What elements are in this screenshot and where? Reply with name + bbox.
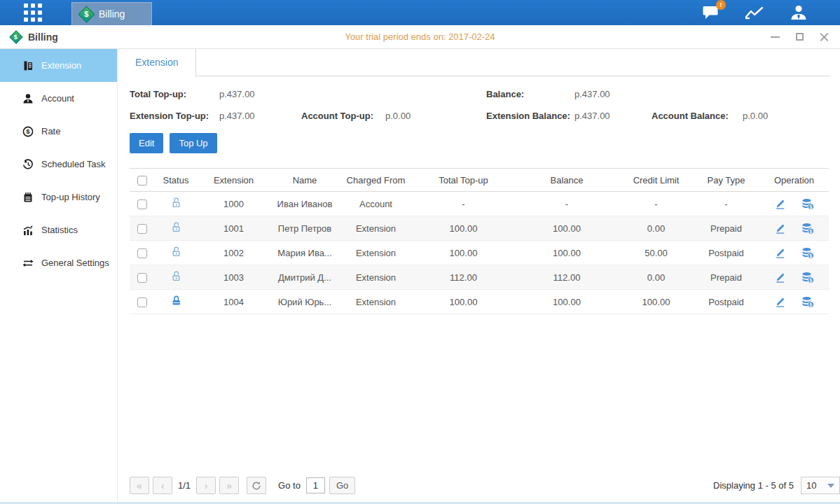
cell-total-topup: 100.00 <box>413 216 514 241</box>
cell-total-topup: - <box>413 192 514 216</box>
lock-open-icon[interactable] <box>170 221 182 233</box>
summary-value: p.437.00 <box>574 87 652 102</box>
edit-pencil-icon[interactable] <box>774 247 786 259</box>
topbar-tab-label: Billing <box>99 8 125 20</box>
minimize-button[interactable] <box>771 36 780 38</box>
messages-icon[interactable]: ! <box>703 5 719 20</box>
refresh-button[interactable] <box>247 477 266 494</box>
sidebar-item-topup-history[interactable]: Top-up History <box>0 181 117 214</box>
topup-coins-icon[interactable]: $ <box>801 198 814 210</box>
cell-charged-from: Extension <box>339 216 413 241</box>
rate-icon: $ <box>22 126 34 137</box>
col-status: Status <box>155 169 197 192</box>
trial-notice: Your trial period ends on: 2017-02-24 <box>345 31 495 42</box>
sidebar-item-statistics[interactable]: Statistics <box>0 214 117 246</box>
topup-coins-icon[interactable]: $ <box>801 296 814 308</box>
sidebar-item-extension[interactable]: Extension <box>0 49 117 82</box>
row-checkbox[interactable] <box>137 200 147 209</box>
edit-pencil-icon[interactable] <box>774 296 786 308</box>
lock-open-icon[interactable] <box>170 270 182 282</box>
cell-charged-from: Extension <box>339 241 413 265</box>
summary-label: Total Top-up: <box>130 87 219 102</box>
sidebar-item-scheduled-task[interactable]: Scheduled Task <box>0 148 117 181</box>
summary-label: Account Top-up: <box>301 108 385 124</box>
edit-button[interactable]: Edit <box>130 133 163 153</box>
maximize-button[interactable] <box>796 33 804 41</box>
go-button[interactable]: Go <box>329 477 355 494</box>
table-header-row: Status Extension Name Charged From Total… <box>130 169 829 192</box>
extension-icon <box>22 60 34 71</box>
tab-strip: Extension <box>118 49 830 76</box>
col-charged-from: Charged From <box>339 169 413 192</box>
table-row: 1002 Мария Ива... Extension 100.00 100.0… <box>130 241 829 265</box>
topup-coins-icon[interactable]: $ <box>801 223 814 234</box>
billing-app-icon: $ <box>9 30 23 44</box>
window-titlebar: $ Billing Your trial period ends on: 201… <box>0 25 840 49</box>
row-checkbox[interactable] <box>137 298 147 307</box>
summary-value: p.437.00 <box>219 108 301 124</box>
prev-page-button[interactable]: ‹ <box>153 477 172 494</box>
cell-extension: 1001 <box>197 216 270 241</box>
topup-coins-icon[interactable]: $ <box>801 247 814 259</box>
lock-open-icon[interactable] <box>170 197 182 209</box>
lock-closed-icon[interactable] <box>170 295 182 307</box>
edit-pencil-icon[interactable] <box>774 198 786 210</box>
sidebar-item-label: Top-up History <box>41 192 100 202</box>
app-grid-icon[interactable] <box>24 4 42 22</box>
edit-pencil-icon[interactable] <box>774 272 786 284</box>
select-all-checkbox[interactable] <box>137 176 147 186</box>
cell-credit-limit: 100.00 <box>619 290 693 314</box>
cell-pay-type: Postpaid <box>693 241 759 265</box>
last-page-button[interactable]: » <box>219 477 239 494</box>
tab-extension[interactable]: Extension <box>118 49 196 77</box>
sidebar-item-account[interactable]: Account <box>0 82 117 115</box>
row-checkbox[interactable] <box>137 273 147 283</box>
cell-credit-limit: - <box>619 192 693 216</box>
svg-text:$: $ <box>810 204 813 209</box>
close-button[interactable] <box>820 32 829 41</box>
row-checkbox[interactable] <box>137 248 147 258</box>
cell-balance: 100.00 <box>514 216 619 241</box>
row-checkbox[interactable] <box>137 224 147 234</box>
top-up-button[interactable]: Top Up <box>170 133 216 153</box>
first-page-button[interactable]: « <box>130 477 149 494</box>
cell-extension: 1000 <box>197 192 270 216</box>
table-row: 1001 Петр Петров Extension 100.00 100.00… <box>130 216 829 241</box>
cell-total-topup: 112.00 <box>413 265 514 290</box>
displaying-text: Displaying 1 - 5 of 5 <box>713 480 794 491</box>
edit-pencil-icon[interactable] <box>774 223 786 234</box>
next-page-button[interactable]: › <box>196 477 216 494</box>
summary-label: Balance: <box>486 87 574 102</box>
col-balance: Balance <box>514 169 619 192</box>
user-icon[interactable] <box>790 4 808 22</box>
sidebar-item-rate[interactable]: $ Rate <box>0 115 117 148</box>
topup-history-icon <box>22 192 34 203</box>
summary-label: Account Balance: <box>652 108 743 124</box>
lock-open-icon[interactable] <box>170 246 182 258</box>
summary-value: p.437.00 <box>219 87 301 102</box>
topup-coins-icon[interactable]: $ <box>801 272 814 284</box>
cell-extension: 1002 <box>197 241 270 265</box>
col-credit-limit: Credit Limit <box>619 169 693 192</box>
trends-icon[interactable] <box>745 5 764 20</box>
sidebar-item-general-settings[interactable]: General Settings <box>0 246 117 279</box>
page-indicator: 1/1 <box>178 480 191 491</box>
cell-charged-from: Extension <box>339 265 413 290</box>
cell-balance: 100.00 <box>514 241 619 265</box>
goto-page-input[interactable] <box>306 477 325 493</box>
extensions-table: Status Extension Name Charged From Total… <box>130 168 829 314</box>
cell-extension: 1004 <box>197 290 270 314</box>
cell-balance: - <box>514 192 619 216</box>
cell-name: Иван Иванов <box>270 192 339 216</box>
summary-label: Extension Top-up: <box>130 108 219 124</box>
summary-value: p.437.00 <box>574 108 652 124</box>
cell-pay-type: - <box>693 192 759 216</box>
col-total-topup: Total Top-up <box>413 169 514 192</box>
topbar-billing-tab[interactable]: $ Billing <box>71 2 152 25</box>
table-row: 1004 Юрий Юрь... Extension 100.00 100.00… <box>130 290 829 314</box>
cell-total-topup: 100.00 <box>413 241 514 265</box>
sidebar-item-label: Scheduled Task <box>41 159 106 169</box>
cell-extension: 1003 <box>197 265 270 290</box>
cell-credit-limit: 0.00 <box>619 216 693 241</box>
page-size-dropdown[interactable]: 10 <box>801 477 840 494</box>
